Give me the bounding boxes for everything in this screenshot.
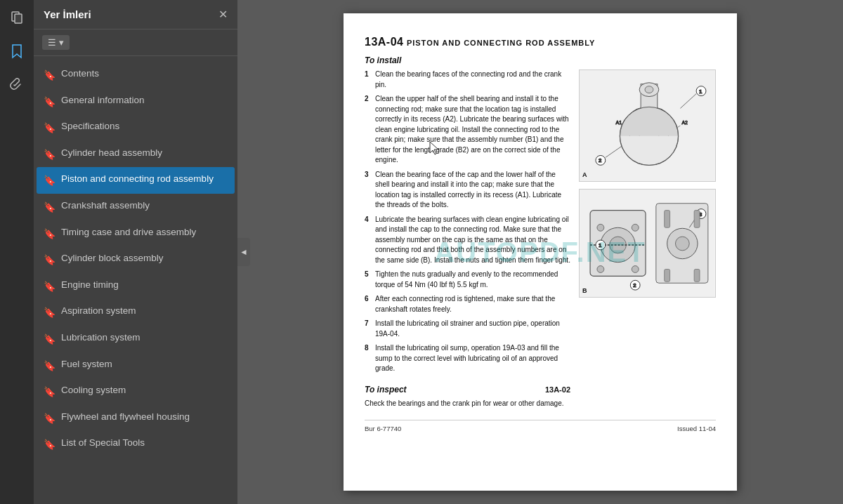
step-number: 6	[365, 294, 372, 314]
nav-item-label: General information	[61, 94, 145, 107]
step-item: 7 Install the lubricating oil strainer a…	[365, 319, 570, 339]
nav-item-label: Fuel system	[61, 358, 112, 371]
sidebar-item-general-information[interactable]: 🔖 General information	[37, 88, 235, 115]
document-header: 13A-04 PISTON AND CONNECTING ROD ASSEMBL…	[365, 36, 716, 48]
diagram-b-label: B	[582, 287, 587, 294]
bookmark-icon: 🔖	[44, 201, 55, 215]
attachments-icon[interactable]	[6, 74, 27, 95]
sidebar-item-lubrication[interactable]: 🔖 Lubrication system	[37, 326, 235, 352]
document-footer: Bur 6-77740 Issued 11-04	[365, 420, 716, 432]
document-body: 1 Clean the bearing faces of the connect…	[365, 69, 716, 409]
nav-item-label: Lubrication system	[61, 331, 140, 345]
footer-left: Bur 6-77740	[365, 425, 401, 432]
bookmark-icon: 🔖	[44, 148, 55, 162]
step-text: Clean the upper half of the shell bearin…	[375, 94, 570, 166]
nav-item-label: Cooling system	[61, 384, 126, 397]
step-number: 1	[365, 69, 372, 90]
step-text: Lubricate the bearing surfaces with clea…	[375, 215, 570, 266]
bookmark-icon: 🔖	[44, 385, 55, 399]
svg-rect-41	[694, 270, 700, 282]
images-column: A1 A2 1 2	[579, 69, 716, 409]
bookmark-icon: 🔖	[44, 438, 55, 452]
left-toolbar	[0, 0, 34, 504]
nav-item-label: Specifications	[61, 120, 119, 133]
sidebar-item-fuel[interactable]: 🔖 Fuel system	[37, 352, 235, 379]
step-number: 3	[365, 170, 372, 211]
list-icon: ☰	[48, 37, 56, 48]
inspect-header: To inspect 13A-02	[365, 384, 570, 396]
bookmark-icon: 🔖	[44, 412, 55, 426]
list-view-button[interactable]: ☰ ▾	[42, 35, 70, 50]
diagram-a: A1 A2 1 2	[579, 69, 716, 182]
svg-rect-38	[665, 211, 670, 228]
dropdown-icon: ▾	[59, 37, 64, 48]
svg-text:A1: A1	[616, 120, 622, 125]
sidebar-item-specifications[interactable]: 🔖 Specifications	[37, 114, 235, 141]
svg-point-8	[645, 86, 653, 93]
svg-text:1: 1	[599, 242, 602, 248]
sidebar-item-cylinder-block[interactable]: 🔖 Cylinder block assembly	[37, 246, 235, 273]
svg-text:A2: A2	[681, 120, 688, 125]
step-item: 6 After each connecting rod is tightened…	[365, 294, 570, 314]
close-button[interactable]: ✕	[218, 9, 228, 20]
svg-point-21	[597, 224, 604, 231]
sidebar-item-engine-timing[interactable]: 🔖 Engine timing	[37, 273, 235, 300]
diagram-b: 1 2 3	[579, 189, 716, 298]
main-content-area: ◄ AUTOPDF.NET 13A-04 PISTON AND CONNECTI…	[237, 0, 843, 504]
step-item: 4 Lubricate the bearing surfaces with cl…	[365, 215, 570, 266]
nav-item-label: Timing case and drive assembly	[61, 226, 196, 239]
svg-point-23	[597, 266, 604, 273]
collapse-sidebar-button[interactable]: ◄	[237, 238, 250, 266]
svg-point-24	[632, 266, 639, 273]
nav-item-label: Crankshaft assembly	[61, 199, 150, 213]
bookmark-icon: 🔖	[44, 333, 55, 347]
sidebar-header: Yer İmleri ✕	[34, 0, 237, 29]
inspect-ref: 13A-02	[545, 385, 570, 396]
bookmark-icon: 🔖	[44, 359, 55, 373]
svg-rect-1	[15, 14, 22, 23]
text-column: 1 Clean the bearing faces of the connect…	[365, 69, 570, 409]
inspect-title: To inspect	[365, 384, 407, 396]
install-title: To install	[365, 55, 716, 65]
svg-text:2: 2	[633, 282, 636, 289]
sidebar-item-contents[interactable]: 🔖 Contents	[37, 62, 235, 88]
nav-item-label: Cylinder head assembly	[61, 147, 162, 160]
inspect-section: To inspect 13A-02 Check the bearings and…	[365, 384, 570, 409]
pages-icon[interactable]	[6, 7, 27, 28]
step-item: 2 Clean the upper half of the shell bear…	[365, 94, 570, 166]
step-number: 8	[365, 343, 372, 374]
bookmark-icon: 🔖	[44, 69, 55, 83]
sidebar-panel: Yer İmleri ✕ ☰ ▾ 🔖 Contents 🔖 General in…	[34, 0, 237, 504]
sidebar-toolbar: ☰ ▾	[34, 29, 237, 56]
step-item: 3 Clean the bearing face of the cap and …	[365, 170, 570, 211]
nav-item-label: Cylinder block assembly	[61, 252, 164, 265]
section-title: PISTON AND CONNECTING ROD ASSEMBLY	[407, 39, 596, 47]
step-number: 2	[365, 94, 372, 166]
sidebar-title: Yer İmleri	[44, 8, 91, 20]
sidebar-item-flywheel[interactable]: 🔖 Flywheel and flywheel housing	[37, 405, 235, 432]
svg-rect-39	[694, 211, 700, 228]
bookmark-icon: 🔖	[44, 253, 55, 267]
step-text: Clean the bearing face of the cap and th…	[375, 170, 570, 211]
bookmark-icon: 🔖	[44, 227, 55, 241]
step-text: Install the lubricating oil sump, operat…	[375, 343, 570, 374]
svg-rect-40	[665, 270, 670, 282]
inspect-text: Check the bearings and the crank pin for…	[365, 399, 570, 409]
footer-right: Issued 11-04	[677, 425, 716, 432]
sidebar-item-cooling[interactable]: 🔖 Cooling system	[37, 378, 235, 405]
step-text: Tighten the nuts gradually and evenly to…	[375, 270, 570, 290]
bookmarks-icon[interactable]	[6, 41, 27, 62]
section-code: 13A-04	[365, 36, 403, 48]
bookmark-icon: 🔖	[44, 121, 55, 135]
sidebar-item-crankshaft[interactable]: 🔖 Crankshaft assembly	[37, 194, 235, 220]
sidebar-item-aspiration[interactable]: 🔖 Aspiration system	[37, 299, 235, 326]
sidebar-item-special-tools[interactable]: 🔖 List of Special Tools	[37, 431, 235, 458]
sidebar-item-timing[interactable]: 🔖 Timing case and drive assembly	[37, 220, 235, 247]
sidebar-item-piston[interactable]: 🔖 Piston and connecting rod assembly	[37, 167, 235, 194]
step-item: 5 Tighten the nuts gradually and evenly …	[365, 270, 570, 290]
nav-item-label: Contents	[61, 67, 99, 81]
nav-item-label: Engine timing	[61, 279, 119, 292]
sidebar-item-cylinder-head[interactable]: 🔖 Cylinder head assembly	[37, 141, 235, 168]
svg-text:1: 1	[699, 88, 702, 95]
bookmark-icon: 🔖	[44, 306, 55, 320]
